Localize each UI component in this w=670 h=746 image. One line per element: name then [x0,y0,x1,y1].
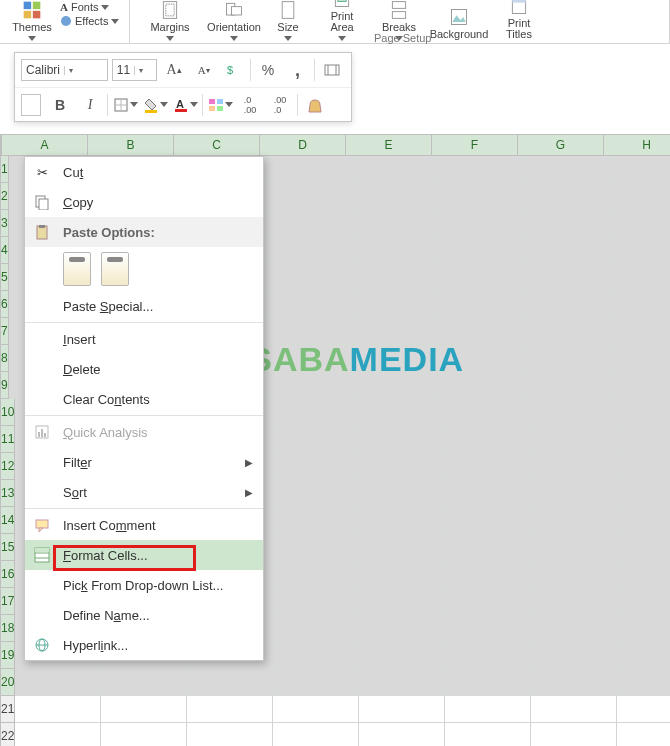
cell[interactable] [611,156,670,183]
column-header[interactable]: C [174,134,260,156]
row-header[interactable]: 18 [0,615,15,642]
cell[interactable] [359,399,445,426]
cell[interactable] [439,210,525,237]
row-header[interactable]: 21 [0,696,15,723]
merge-button[interactable] [319,57,345,83]
cell[interactable] [273,642,359,669]
cell[interactable] [525,156,611,183]
row-header[interactable]: 13 [0,480,15,507]
percent-button[interactable]: % [255,57,281,83]
cell[interactable] [611,291,670,318]
cell[interactable] [525,318,611,345]
column-header[interactable]: H [604,134,670,156]
cell[interactable] [187,723,273,746]
cell[interactable] [359,561,445,588]
cell[interactable] [531,642,617,669]
cell[interactable] [15,669,101,696]
bold-button[interactable]: B [47,92,73,118]
effects-button[interactable]: Effects [60,14,119,28]
row-header[interactable]: 5 [0,264,9,291]
ctx-pick-list[interactable]: Pick From Drop-down List... [25,570,263,600]
cell[interactable] [445,426,531,453]
cell[interactable] [187,669,273,696]
cell[interactable] [267,237,353,264]
cell[interactable] [525,183,611,210]
cell[interactable] [617,507,670,534]
cell[interactable] [267,264,353,291]
column-header[interactable]: E [346,134,432,156]
print-area-button[interactable]: Print Area [310,0,374,41]
cell[interactable] [187,696,273,723]
cell[interactable] [617,642,670,669]
cell[interactable] [611,264,670,291]
cell[interactable] [353,183,439,210]
cell[interactable] [359,534,445,561]
comma-button[interactable]: , [285,57,311,83]
cell[interactable] [439,264,525,291]
cell[interactable] [531,480,617,507]
print-titles-button[interactable]: Print Titles [494,0,544,41]
paste-option-1[interactable] [63,252,91,286]
ctx-format-cells[interactable]: Format Cells... [25,540,263,570]
cell[interactable] [359,588,445,615]
ctx-paste-special[interactable]: Paste Special... [25,291,263,321]
cell[interactable] [531,669,617,696]
row-header[interactable]: 15 [0,534,15,561]
row-header[interactable]: 17 [0,588,15,615]
cell[interactable] [267,156,353,183]
paste-option-2[interactable] [101,252,129,286]
cell[interactable] [611,237,670,264]
shrink-font-button[interactable]: A▾ [191,57,217,83]
cell[interactable] [617,399,670,426]
cell[interactable] [101,696,187,723]
cell[interactable] [15,696,101,723]
row-header[interactable]: 11 [0,426,15,453]
cell[interactable] [525,237,611,264]
cell[interactable] [267,291,353,318]
cell[interactable] [273,561,359,588]
ctx-insert-comment[interactable]: Insert Comment [25,510,263,540]
cell[interactable] [273,588,359,615]
cell[interactable] [353,156,439,183]
cell[interactable] [525,210,611,237]
margins-button[interactable]: Margins [138,0,202,41]
ctx-hyperlink[interactable]: Hyperlink... [25,630,263,660]
cell[interactable] [617,588,670,615]
accounting-format-button[interactable]: $ [221,57,247,83]
column-header[interactable]: B [88,134,174,156]
cell[interactable] [359,426,445,453]
cell[interactable] [359,696,445,723]
cell[interactable] [359,615,445,642]
row-header[interactable]: 16 [0,561,15,588]
font-color-button[interactable]: A [172,92,198,118]
row-header[interactable]: 1 [0,156,9,183]
cell[interactable] [617,534,670,561]
font-name-select[interactable]: Calibri▾ [21,59,108,81]
cell[interactable] [445,561,531,588]
cell[interactable] [617,669,670,696]
row-header[interactable]: 22 [0,723,15,746]
cell[interactable] [531,615,617,642]
cell[interactable] [273,615,359,642]
row-header[interactable]: 9 [0,372,9,399]
column-header[interactable]: G [518,134,604,156]
cell[interactable] [439,237,525,264]
cell[interactable] [445,723,531,746]
ctx-sort[interactable]: Sort▶ [25,477,263,507]
cell[interactable] [273,399,359,426]
cell[interactable] [359,480,445,507]
cell[interactable] [617,561,670,588]
ctx-define-name[interactable]: Define Name... [25,600,263,630]
row-header[interactable]: 19 [0,642,15,669]
cell[interactable] [617,723,670,746]
cell[interactable] [445,696,531,723]
cell[interactable] [267,210,353,237]
format-painter-button[interactable] [302,92,328,118]
background-button[interactable]: Background [424,0,494,41]
cell[interactable] [445,588,531,615]
ctx-cut[interactable]: ✂ Cut [25,157,263,187]
row-header[interactable]: 20 [0,669,15,696]
cell[interactable] [617,453,670,480]
cell[interactable] [445,642,531,669]
cell[interactable] [445,507,531,534]
